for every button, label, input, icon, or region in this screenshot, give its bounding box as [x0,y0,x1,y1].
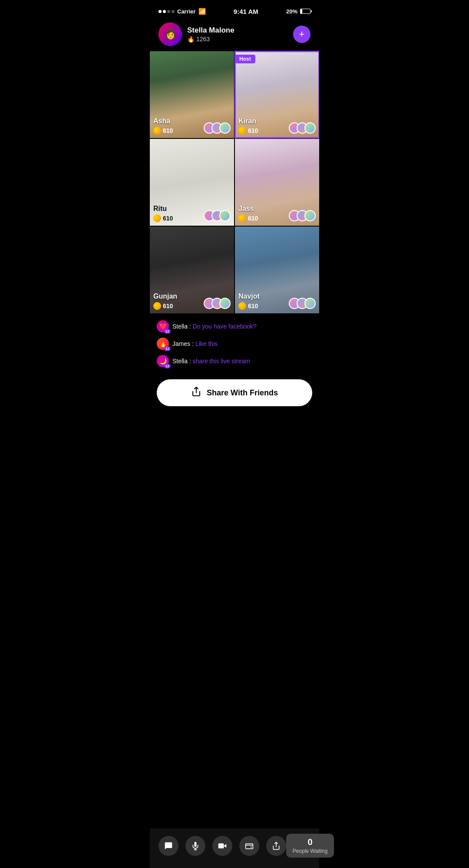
status-time: 9:41 AM [234,8,258,15]
chat-text-2: James : Like this [172,340,218,347]
video-name-navjot: Navjot [238,293,260,300]
video-name-ritu: Ritu [153,205,173,213]
video-cell-jass[interactable]: Jass 610 [235,139,319,226]
signal-dots [159,10,175,13]
video-coins-navjot: 610 [238,302,260,310]
video-cell-navjot[interactable]: Navjot 610 [235,227,319,313]
coins-value-jass: 610 [248,215,258,222]
video-name-jass: Jass [238,205,258,213]
add-button[interactable]: + [293,26,310,43]
host-badge: Host [235,55,255,63]
coins-value-gunjan: 610 [163,302,173,309]
status-bar: Carrier 📶 9:41 AM 20% [150,0,319,19]
video-avatars-kiran [289,122,316,134]
video-avatars-jass [289,210,316,221]
mini-avatar-3 [304,298,316,309]
video-avatars-asha [204,122,231,134]
video-info-ritu: Ritu 610 [153,205,173,222]
video-avatars-navjot [289,298,316,309]
mini-avatar-3 [219,210,231,221]
status-left: Carrier 📶 [159,8,206,15]
avatar: 👩 [159,23,182,46]
coins-value-navjot: 610 [248,302,258,309]
share-with-friends-button[interactable]: Share With Friends [157,379,312,406]
chat-content-3: share this live stream [193,358,250,365]
wifi-icon: 📶 [198,8,206,15]
chat-content-1: Do you have facebook? [193,323,257,330]
status-right: 20% [286,8,310,15]
signal-dot-4 [172,10,175,13]
chat-content-2: Like this [195,340,218,347]
battery-icon [300,9,310,14]
coin-icon [238,214,246,222]
video-coins-jass: 610 [238,214,258,222]
avatar-image: 👩 [159,23,182,46]
profile-score: 🔥 1263 [187,36,288,43]
profile-header: 👩 Stella Malone 🔥 1263 + [150,19,319,51]
mini-avatar-3 [304,210,316,221]
chat-level-badge: 12 [164,329,171,334]
coins-value-asha: 610 [163,127,173,134]
chat-level-badge: 12 [164,364,171,368]
coins-value-kiran: 610 [248,127,258,134]
profile-name: Stella Malone [187,26,288,35]
signal-dot-2 [163,10,166,13]
share-section: Share With Friends [150,376,319,413]
chat-username-stella-2: Stella : [172,358,193,365]
coin-icon [238,302,246,310]
coin-icon [153,127,161,135]
chat-message-2: 🔥 12 James : Like this [157,338,312,350]
mini-avatar-3 [219,122,231,134]
video-name-asha: Asha [153,117,173,125]
share-button-label: Share With Friends [207,388,278,398]
video-coins-kiran: 610 [238,127,258,135]
chat-avatar-stella-2: 🌙 12 [157,355,169,367]
video-info-gunjan: Gunjan 610 [153,293,177,310]
battery-fill [301,9,302,13]
mini-avatar-3 [219,298,231,309]
chat-text-3: Stella : share this live stream [172,358,250,365]
chat-section: ❤️ 12 Stella : Do you have facebook? 🔥 1… [150,313,319,376]
chat-username-stella: Stella : [172,323,193,330]
video-info-kiran: Kiran 610 [238,117,258,135]
mini-avatar-3 [304,122,316,134]
battery-percent: 20% [286,8,297,15]
video-name-gunjan: Gunjan [153,293,177,300]
chat-avatar-james: 🔥 12 [157,338,169,350]
chat-username-james: James : [172,340,195,347]
carrier-label: Carrier [177,8,196,15]
video-info-asha: Asha 610 [153,117,173,135]
video-avatars-ritu [204,210,231,221]
video-name-kiran: Kiran [238,117,258,125]
video-cell-ritu[interactable]: Ritu 610 [150,139,234,226]
video-cell-asha[interactable]: Asha 610 [150,51,234,138]
coins-value-ritu: 610 [163,215,173,222]
video-grid: Asha 610 Host Kiran 610 [150,51,319,313]
video-coins-asha: 610 [153,127,173,135]
video-cell-kiran[interactable]: Host Kiran 610 [235,51,319,138]
video-coins-gunjan: 610 [153,302,177,310]
profile-info: Stella Malone 🔥 1263 [187,26,288,43]
share-icon [191,386,201,399]
coin-icon [153,302,161,310]
coin-icon [238,127,246,135]
signal-dot-1 [159,10,162,13]
coin-icon [153,214,161,222]
chat-level-badge: 12 [164,346,171,351]
video-cell-gunjan[interactable]: Gunjan 610 [150,227,234,313]
chat-text-1: Stella : Do you have facebook? [172,323,257,330]
score-value: 1263 [196,36,210,43]
video-avatars-gunjan [204,298,231,309]
video-info-jass: Jass 610 [238,205,258,222]
chat-message-3: 🌙 12 Stella : share this live stream [157,355,312,367]
video-info-navjot: Navjot 610 [238,293,260,310]
video-coins-ritu: 610 [153,214,173,222]
chat-avatar-stella-1: ❤️ 12 [157,320,169,332]
signal-dot-3 [167,10,170,13]
flame-icon: 🔥 [187,36,195,43]
chat-message-1: ❤️ 12 Stella : Do you have facebook? [157,320,312,332]
